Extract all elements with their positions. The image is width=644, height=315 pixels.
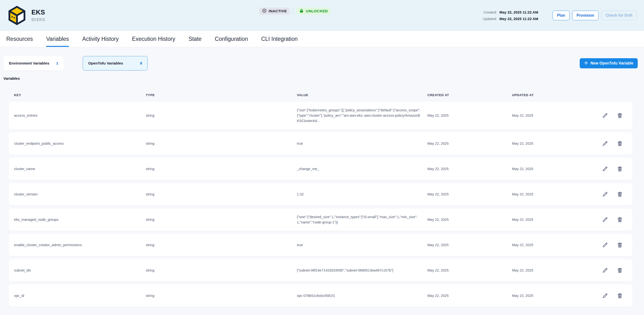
edit-variable-button[interactable] (602, 191, 608, 198)
row-actions (602, 166, 627, 172)
delete-variable-button[interactable] (617, 293, 623, 299)
variable-type: string (146, 141, 297, 146)
timestamps: Created: May 22, 2025 11:22 AM Updated: … (480, 10, 538, 21)
delete-variable-button[interactable] (617, 267, 623, 274)
variable-updated-at: May 22, 2025 (512, 242, 596, 248)
page-title: EKS (32, 9, 45, 16)
edit-variable-button[interactable] (602, 216, 608, 223)
variable-key: vpc_id (14, 293, 146, 298)
row-actions (602, 140, 627, 147)
tab-state[interactable]: State (188, 31, 202, 47)
variable-updated-at: May 22, 2025 (512, 141, 596, 146)
variable-key: subnet_ids (14, 268, 146, 273)
delete-variable-button[interactable] (617, 242, 623, 248)
pencil-icon (602, 293, 608, 299)
variable-created-at: May 22, 2025 (428, 217, 512, 222)
pencil-icon (602, 191, 608, 197)
tab-cli-integration[interactable]: CLI Integration (261, 31, 298, 47)
variable-created-at: May 22, 2025 (428, 192, 512, 197)
stack-id: ID:EKS (32, 17, 45, 22)
variable-type: string (146, 268, 297, 273)
trash-icon (617, 216, 623, 223)
variable-value: {"sso":{"kubernetes_groups":[],"policy_a… (297, 107, 421, 123)
delete-variable-button[interactable] (617, 216, 623, 223)
delete-variable-button[interactable] (617, 112, 623, 119)
variables-table: access_entries string {"sso":{"kubernete… (9, 102, 632, 307)
variable-created-at: May 22, 2025 (428, 166, 512, 172)
delete-variable-button[interactable] (617, 166, 623, 172)
variable-value: true (297, 242, 421, 248)
variable-value: {"one":{"desired_size":1,"instance_types… (297, 214, 421, 225)
check-for-drift-button[interactable]: Check for Drift (601, 11, 637, 20)
edit-variable-button[interactable] (602, 267, 608, 274)
pencil-icon (602, 216, 608, 223)
variable-type: string (146, 242, 297, 248)
trash-icon (617, 191, 623, 197)
variable-value: vpc-078b51c6cbc5581f1 (297, 293, 421, 298)
subtab-opentofu-variables[interactable]: OpenTofu Variables8 (83, 56, 148, 70)
unlock-icon (299, 8, 304, 14)
status-badge: INACTIVE (259, 7, 290, 15)
tab-execution-history[interactable]: Execution History (132, 31, 175, 47)
table-row: eks_managed_node_groups string {"one":{"… (9, 209, 632, 231)
delete-variable-button[interactable] (617, 140, 623, 147)
table-row: cluster_endpoint_public_access string tr… (9, 132, 632, 155)
created-label: Created: (480, 10, 497, 14)
subtab-environment-variables[interactable]: Environment Variables1 (4, 56, 64, 70)
variable-type: string (146, 192, 297, 197)
subtab-label: OpenTofu Variables (88, 61, 123, 65)
plus-icon (584, 61, 588, 66)
column-header-created-at: CREATED AT (428, 93, 512, 97)
row-actions (602, 191, 627, 198)
variable-type: string (146, 217, 297, 222)
subtab-label: Environment Variables (9, 61, 49, 65)
table-row: cluster_version string 1.32 May 22, 2025… (9, 183, 632, 205)
variable-key: enable_cluster_creator_admin_permissions (14, 242, 146, 248)
trash-icon (617, 112, 623, 119)
edit-variable-button[interactable] (602, 166, 608, 172)
tab-activity-history[interactable]: Activity History (82, 31, 119, 47)
table-row: cluster_name string _change_me_ May 22, … (9, 158, 632, 180)
subtab-count-badge: 1 (56, 61, 58, 65)
table-header-row: KEYTYPEVALUECREATED ATUPDATED AT (9, 93, 632, 97)
status-badges: INACTIVE UNLOCKED (259, 7, 331, 15)
plan-button[interactable]: Plan (552, 11, 570, 20)
tab-variables[interactable]: Variables (46, 31, 69, 47)
variable-updated-at: May 22, 2025 (512, 217, 596, 222)
circle-minus-icon (262, 8, 267, 14)
subtab-count-badge: 8 (140, 61, 142, 65)
variable-created-at: May 22, 2025 (428, 268, 512, 273)
edit-variable-button[interactable] (602, 112, 608, 119)
edit-variable-button[interactable] (602, 140, 608, 147)
header-actions: Plan Provision Check for Drift (552, 11, 637, 20)
variable-value: 1.32 (297, 192, 421, 197)
edit-variable-button[interactable] (602, 293, 608, 299)
column-header-type: TYPE (146, 93, 297, 97)
variable-updated-at: May 22, 2025 (512, 192, 596, 197)
stack-header: EKS ID:EKS INACTIVE UNLOCKED (0, 0, 644, 31)
variable-key: eks_managed_node_groups (14, 217, 146, 222)
tab-resources[interactable]: Resources (6, 31, 33, 47)
delete-variable-button[interactable] (617, 191, 623, 198)
row-actions (602, 293, 627, 299)
new-opentofu-variable-button[interactable]: New OpenTofu Variable (580, 58, 638, 68)
row-actions (602, 112, 627, 119)
updated-value: May 22, 2025 11:22 AM (500, 17, 538, 21)
edit-variable-button[interactable] (602, 242, 608, 248)
pencil-icon (602, 166, 608, 172)
variable-type-tabs: Environment Variables1OpenTofu Variables… (0, 56, 644, 70)
provision-button[interactable]: Provision (572, 11, 598, 20)
badge-divider (293, 8, 294, 14)
pencil-icon (602, 267, 608, 274)
pencil-icon (602, 112, 608, 119)
variable-key: cluster_version (14, 192, 146, 197)
variable-updated-at: May 22, 2025 (512, 293, 596, 298)
tab-configuration[interactable]: Configuration (215, 31, 248, 47)
table-row: subnet_ids string ["subnet-08f14e7142d33… (9, 259, 632, 282)
pencil-icon (602, 140, 608, 147)
trash-icon (617, 166, 623, 172)
table-row: access_entries string {"sso":{"kubernete… (9, 102, 632, 129)
variable-type: string (146, 113, 297, 118)
variable-updated-at: May 22, 2025 (512, 166, 596, 172)
column-header-updated-at: UPDATED AT (512, 93, 596, 97)
